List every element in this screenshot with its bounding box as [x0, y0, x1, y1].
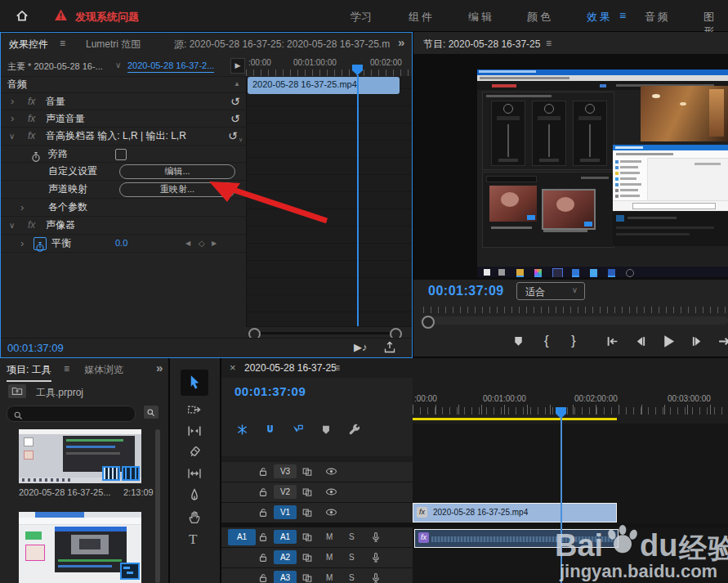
step-back-icon[interactable]: [633, 334, 647, 348]
ec-row-pitch-shifter[interactable]: ∨ fx 音高换档器 输入: L,R | 输出: L,R ↺ ∨: [1, 128, 246, 146]
expand-icon[interactable]: ›: [11, 93, 14, 110]
mark-out-icon[interactable]: }: [571, 333, 576, 349]
lock-icon[interactable]: [257, 551, 269, 563]
ec-section-audio[interactable]: 音频 ▲: [1, 76, 246, 93]
ec-more-tabs-icon[interactable]: »: [398, 35, 404, 49]
ec-master-label[interactable]: 主要 * 2020-05-28 16-...: [7, 61, 112, 73]
tab-options-icon[interactable]: ≡: [60, 38, 65, 49]
expand-icon[interactable]: ›: [11, 110, 14, 127]
sync-lock-icon[interactable]: [301, 486, 313, 498]
mute-button[interactable]: M: [326, 532, 333, 541]
pm-options-icon[interactable]: ≡: [546, 38, 552, 49]
timeline-settings-icon[interactable]: [348, 423, 361, 436]
edit-button[interactable]: 编辑...: [119, 164, 235, 179]
lock-icon[interactable]: [257, 572, 269, 583]
track-output-eye-icon[interactable]: [325, 506, 337, 518]
clip-name[interactable]: 2020-05-28 16-37-25...: [19, 487, 111, 497]
ec-row-individual-params[interactable]: › 各个参数: [1, 199, 246, 217]
lock-icon[interactable]: [257, 531, 269, 543]
track-output-eye-icon[interactable]: [325, 486, 337, 498]
tab-source-monitor[interactable]: 源: 2020-05-28 16-37-25: 2020-05-28 16-37…: [174, 38, 393, 52]
ec-play-button[interactable]: ▶: [230, 58, 245, 74]
play-audio-icon[interactable]: ▶♪: [354, 341, 368, 353]
menu-learn[interactable]: 学习: [351, 10, 372, 25]
tl-timecode[interactable]: 00:01:37:09: [234, 384, 306, 398]
ec-row-bypass[interactable]: 旁路: [1, 146, 246, 163]
add-marker-icon[interactable]: [512, 335, 525, 348]
solo-button[interactable]: S: [349, 573, 355, 582]
pr-scrollbar[interactable]: [155, 429, 160, 583]
sync-lock-icon[interactable]: [301, 465, 313, 478]
slip-tool[interactable]: [187, 466, 202, 481]
track-badge-v2[interactable]: V2: [274, 485, 297, 499]
ec-row-volume[interactable]: › fx 音量 ↺: [1, 93, 246, 110]
step-forward-icon[interactable]: [690, 334, 704, 348]
project-clip-thumbnail[interactable]: [19, 429, 141, 483]
sync-lock-icon[interactable]: [301, 572, 313, 583]
ec-ruler[interactable]: :00:00 00:01:00:00 00:02:00: [246, 55, 412, 76]
sync-lock-icon[interactable]: [301, 506, 313, 518]
pen-tool[interactable]: [187, 488, 202, 503]
type-tool[interactable]: T: [189, 531, 197, 548]
ec-row-channel-volume[interactable]: › fx 声道音量 ↺: [1, 110, 246, 128]
balance-value[interactable]: 0.0: [115, 235, 127, 252]
project-clip2-thumbnail[interactable]: [19, 512, 141, 583]
ec-clip-bar[interactable]: 2020-05-28 16-37-25.mp4: [248, 77, 400, 94]
lock-icon[interactable]: [257, 506, 269, 518]
stopwatch-enabled-icon[interactable]: [33, 237, 47, 250]
track-badge-a3[interactable]: A3: [274, 571, 297, 583]
nest-toggle-icon[interactable]: [236, 424, 248, 436]
pm-ruler[interactable]: [423, 307, 728, 313]
menu-options-icon[interactable]: ≡: [619, 9, 626, 22]
ec-timecode[interactable]: 00:01:37:09: [7, 342, 64, 354]
stopwatch-icon[interactable]: [30, 148, 42, 164]
pr-options-icon[interactable]: ≡: [64, 363, 69, 374]
search-input[interactable]: [7, 406, 136, 422]
tab-media-browser[interactable]: 媒体浏览: [84, 363, 140, 377]
lock-icon[interactable]: [257, 486, 269, 498]
menu-effects-active[interactable]: 效果: [587, 10, 613, 25]
goto-in-icon[interactable]: [605, 334, 619, 348]
ec-row-balance[interactable]: › 平衡 0.0 ◀ ◇ ▶: [1, 235, 246, 253]
play-button-icon[interactable]: [660, 333, 677, 350]
hand-tool[interactable]: [187, 509, 202, 524]
warning-text[interactable]: 发现系统问题: [75, 10, 139, 25]
menu-color[interactable]: 颜色: [527, 10, 553, 25]
tab-program-monitor[interactable]: 节目: 2020-05-28 16-37-25: [423, 38, 540, 52]
tl-options-icon[interactable]: ≡: [334, 362, 340, 374]
pm-scroll-handle[interactable]: [422, 316, 435, 329]
project-file-name[interactable]: 工具.prproj: [36, 386, 83, 400]
tab-sequence[interactable]: 2020-05-28 16-37-25: [244, 362, 337, 374]
ec-clip-selector[interactable]: 2020-05-28 16-37-2...: [127, 61, 214, 73]
pm-scrollbar[interactable]: [420, 316, 728, 325]
menu-editing[interactable]: 编辑: [468, 10, 494, 25]
collapse-icon[interactable]: ∨: [9, 217, 15, 234]
work-area-bar[interactable]: [413, 418, 617, 420]
timeline-clip-v1[interactable]: fx 2020-05-28 16-37-25.mp4: [413, 503, 617, 522]
tab-effect-controls[interactable]: 效果控件: [9, 38, 48, 56]
source-patch-a1[interactable]: A1: [228, 529, 256, 545]
sync-lock-icon[interactable]: [301, 551, 313, 563]
solo-button[interactable]: S: [349, 553, 355, 562]
expand-icon[interactable]: ›: [20, 199, 24, 216]
mute-button[interactable]: M: [326, 553, 333, 562]
home-icon[interactable]: [15, 8, 29, 23]
sync-lock-icon[interactable]: [301, 531, 313, 543]
add-marker-icon[interactable]: [320, 424, 332, 436]
bypass-checkbox[interactable]: [115, 149, 127, 160]
ec-clip-chevron-icon[interactable]: ∨: [115, 61, 121, 70]
razor-tool[interactable]: [187, 445, 202, 460]
reset-icon[interactable]: ↺: [228, 128, 238, 145]
solo-button[interactable]: S: [349, 532, 355, 541]
tl-ruler[interactable]: :00:00 00:01:00:00 00:02:00:00 00:03:00:…: [413, 378, 728, 424]
voiceover-mic-icon[interactable]: [370, 572, 382, 583]
mark-in-icon[interactable]: {: [544, 333, 549, 349]
voiceover-mic-icon[interactable]: [370, 551, 382, 563]
find-bin-icon[interactable]: [144, 406, 159, 419]
ec-zoom-scrollbar[interactable]: [246, 326, 412, 339]
snap-magnet-icon[interactable]: [264, 424, 276, 436]
menu-audio[interactable]: 音频: [645, 10, 671, 25]
ec-row-panner[interactable]: ∨ fx 声像器: [1, 217, 246, 235]
expand-icon[interactable]: ›: [20, 235, 24, 252]
project-clip-label-row[interactable]: 2020-05-28 16-37-25... 2:13:09: [19, 487, 158, 500]
